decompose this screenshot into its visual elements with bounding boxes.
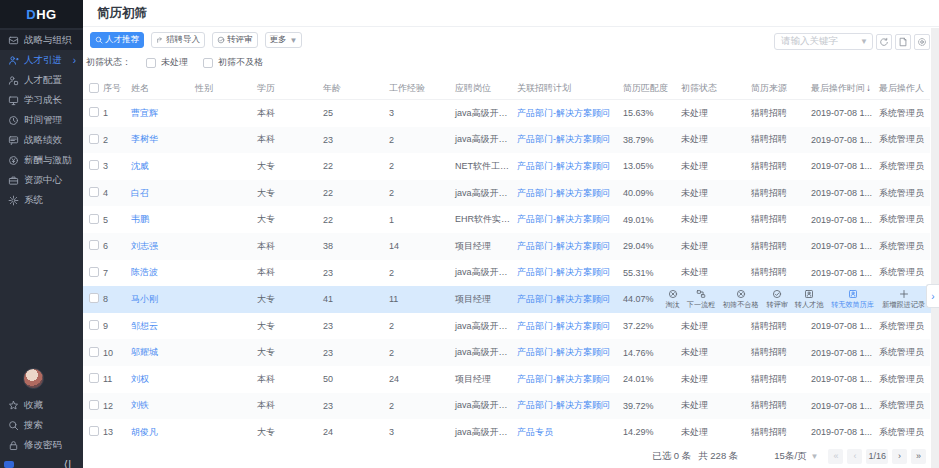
cell-name[interactable]: 刘铁	[127, 399, 191, 412]
table-row[interactable]: 13胡俊凡大专243java高级开发工...产品专员14.29%未处理猎聘招聘2…	[83, 419, 930, 446]
sort-desc-icon[interactable]: ↓	[866, 82, 871, 93]
refresh-button[interactable]	[876, 34, 892, 50]
page-size-select[interactable]: 15条/页▼	[774, 450, 818, 463]
table-row[interactable]: 11刘权本科5024项目经理产品部门-解决方案顾问24.01%未处理猎聘招聘20…	[83, 366, 930, 393]
settings-button[interactable]	[914, 34, 930, 50]
checkbox[interactable]	[146, 58, 156, 68]
eliminate-action[interactable]: 淘汰	[665, 289, 680, 310]
table-row[interactable]: 2李树华本科232java高级开发工...产品部门-解决方案顾问38.79%未处…	[83, 127, 930, 154]
cell-recruit-plan[interactable]: 产品部门-解决方案顾问	[513, 107, 619, 120]
cell-name[interactable]: 马小刚	[127, 293, 191, 306]
column-header[interactable]: 初筛状态	[677, 82, 747, 95]
table-row[interactable]: 12刘铁本科232java高级开发工...产品部门-解决方案顾问39.72%未处…	[83, 393, 930, 420]
sidebar-item-system[interactable]: 系统	[0, 190, 83, 210]
cell-name[interactable]: 曹宜辉	[127, 107, 191, 120]
column-header[interactable]: 年龄	[319, 82, 385, 95]
row-checkbox[interactable]	[89, 267, 99, 277]
last-page-button[interactable]: »	[911, 449, 926, 464]
select-all-checkbox[interactable]	[89, 83, 99, 93]
more-button[interactable]: 更多▼	[265, 32, 303, 48]
to-review-button[interactable]: 转评审	[212, 32, 258, 48]
column-header[interactable]: 学历	[253, 82, 319, 95]
cell-name[interactable]: 胡俊凡	[127, 426, 191, 439]
cell-recruit-plan[interactable]: 产品专员	[513, 426, 619, 439]
row-checkbox[interactable]	[89, 214, 99, 224]
avatar[interactable]	[23, 368, 44, 389]
filter-option-screen-fail[interactable]: 初筛不及格	[203, 56, 263, 69]
to-review-action[interactable]: 转评审	[766, 289, 789, 310]
cell-recruit-plan[interactable]: 产品部门-解决方案顾问	[513, 160, 619, 173]
add-follow-record-action[interactable]: 新增跟进记录	[881, 289, 926, 310]
cell-name[interactable]: 李树华	[127, 133, 191, 146]
cell-recruit-plan[interactable]: 产品部门-解决方案顾问	[513, 293, 619, 306]
cell-name[interactable]: 刘权	[127, 373, 191, 386]
table-row[interactable]: 4白召大专222java高级开发工...产品部门-解决方案顾问40.09%未处理…	[83, 180, 930, 207]
cell-recruit-plan[interactable]: 产品部门-解决方案顾问	[513, 346, 619, 359]
table-row[interactable]: 6刘志强本科3814项目经理产品部门-解决方案顾问29.04%未处理猎聘招聘20…	[83, 233, 930, 260]
sidebar-item-time-management[interactable]: 时间管理	[0, 110, 83, 130]
sidebar-item-resource-center[interactable]: 资源中心	[0, 170, 83, 190]
table-row[interactable]: 9邹想云大专232java高级开发工...产品部门-解决方案顾问37.22%未处…	[83, 313, 930, 340]
row-checkbox[interactable]	[89, 107, 99, 117]
cell-recruit-plan[interactable]: 产品部门-解决方案顾问	[513, 213, 619, 226]
column-header[interactable]: 姓名	[127, 82, 191, 95]
sidebar-item-strategy-performance[interactable]: 战略绩效	[0, 130, 83, 150]
column-header[interactable]: 序号	[99, 82, 127, 95]
scrollbar[interactable]	[931, 28, 939, 468]
column-header[interactable]: 性别	[191, 82, 253, 95]
to-talent-pool-action[interactable]: 转人才池	[794, 289, 824, 310]
row-checkbox[interactable]	[89, 187, 99, 197]
sidebar-item-learning-growth[interactable]: 学习成长	[0, 90, 83, 110]
table-row[interactable]: 1曹宜辉本科253java高级开发工...产品部门-解决方案顾问15.63%未处…	[83, 100, 930, 127]
row-checkbox[interactable]	[89, 347, 99, 357]
next-process-action[interactable]: 下一流程	[686, 289, 716, 310]
table-row[interactable]: 3沈威大专222NET软件工程师7产品部门-解决方案顾问13.05%未处理猎聘招…	[83, 153, 930, 180]
row-checkbox[interactable]	[89, 320, 99, 330]
next-page-button[interactable]: ›	[892, 449, 907, 464]
first-page-button[interactable]: «	[828, 449, 843, 464]
liepin-import-button[interactable]: 猎聘导入	[151, 32, 205, 48]
cell-name[interactable]: 邹想云	[127, 320, 191, 333]
row-checkbox[interactable]	[89, 373, 99, 383]
cell-name[interactable]: 白召	[127, 187, 191, 200]
column-header[interactable]: 最后操作时间↓	[807, 82, 875, 95]
export-button[interactable]	[895, 34, 911, 50]
to-invalid-library-action[interactable]: 转无效简历库	[830, 289, 875, 310]
row-checkbox[interactable]	[89, 426, 99, 436]
sidebar-item-favorites[interactable]: 收藏	[0, 395, 83, 415]
cell-name[interactable]: 陈浩波	[127, 266, 191, 279]
checkbox[interactable]	[203, 58, 213, 68]
column-header[interactable]: 简历匹配度	[619, 82, 677, 95]
sidebar-item-change-password[interactable]: 修改密码	[0, 435, 83, 455]
column-header[interactable]: 应聘岗位	[451, 82, 513, 95]
expand-actions-button[interactable]: ›	[926, 284, 939, 308]
collapse-sidebar-icon[interactable]: ⟨|	[64, 458, 71, 468]
row-checkbox[interactable]	[89, 160, 99, 170]
cell-recruit-plan[interactable]: 产品部门-解决方案顾问	[513, 373, 619, 386]
cell-recruit-plan[interactable]: 产品部门-解决方案顾问	[513, 187, 619, 200]
cell-recruit-plan[interactable]: 产品部门-解决方案顾问	[513, 240, 619, 253]
cell-name[interactable]: 刘志强	[127, 240, 191, 253]
sidebar-item-salary-incentive[interactable]: 薪酬与激励	[0, 150, 83, 170]
cell-recruit-plan[interactable]: 产品部门-解决方案顾问	[513, 266, 619, 279]
screen-fail-action[interactable]: 初筛不合格	[722, 289, 760, 310]
cell-name[interactable]: 邬耀城	[127, 346, 191, 359]
cell-recruit-plan[interactable]: 产品部门-解决方案顾问	[513, 399, 619, 412]
row-checkbox[interactable]	[89, 240, 99, 250]
column-header[interactable]: 关联招聘计划	[513, 82, 619, 95]
talent-recommend-button[interactable]: 人才推荐	[90, 32, 144, 48]
table-row[interactable]: 7陈浩波本科232java高级开发工...产品部门-解决方案顾问55.31%未处…	[83, 260, 930, 287]
table-row[interactable]: 10邬耀城大专232java高级开发工...产品部门-解决方案顾问14.76%未…	[83, 339, 930, 366]
column-header[interactable]: 简历来源	[747, 82, 807, 95]
search-input[interactable]: 请输入关键字 ▼	[774, 33, 873, 50]
row-checkbox[interactable]	[89, 293, 99, 303]
row-checkbox[interactable]	[89, 134, 99, 144]
table-row[interactable]: 5韦鹏大专221EHR软件实施...产品部门-解决方案顾问49.01%未处理猎聘…	[83, 206, 930, 233]
cell-name[interactable]: 韦鹏	[127, 213, 191, 226]
row-checkbox[interactable]	[89, 400, 99, 410]
cell-recruit-plan[interactable]: 产品部门-解决方案顾问	[513, 320, 619, 333]
cell-name[interactable]: 沈威	[127, 160, 191, 173]
prev-page-button[interactable]: ‹	[847, 449, 862, 464]
cell-recruit-plan[interactable]: 产品部门-解决方案顾问	[513, 133, 619, 146]
sidebar-item-talent-intake[interactable]: 人才引进›	[0, 50, 83, 70]
